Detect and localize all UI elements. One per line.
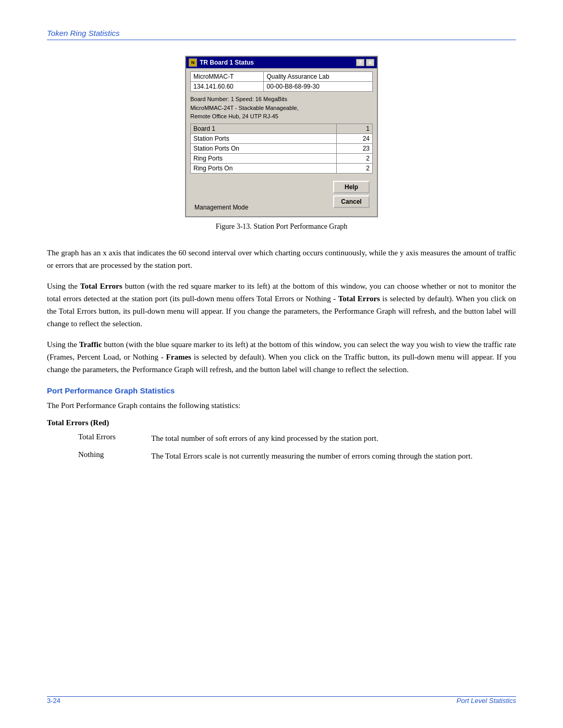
dialog-window: N TR Board 1 Status ? × MicroMMAC-T Qual… <box>185 56 378 217</box>
dialog-titlebar-buttons: ? × <box>356 59 374 66</box>
stats-category-title: Total Errors (Red) <box>47 418 516 427</box>
section-heading-port-performance: Port Performance Graph Statistics <box>47 386 516 395</box>
stats-row-ring-ports-on: Ring Ports On 2 <box>191 163 373 173</box>
info-cell-ip: 134.141.60.60 <box>191 82 264 92</box>
stats-row-station-ports-on: Station Ports On 23 <box>191 143 373 153</box>
stats-def-total-errors: The total number of soft errors of any k… <box>151 433 516 445</box>
svg-text:N: N <box>191 60 195 65</box>
dialog-board-info: Board Number: 1 Speed: 16 MegaBits Micro… <box>190 95 373 121</box>
management-mode-label: Management Mode <box>190 204 248 211</box>
stats-value-board: 1 <box>337 124 373 133</box>
body-paragraph-3: Using the Traffic button (with the blue … <box>47 338 516 376</box>
dialog-action-buttons: Help Cancel <box>330 179 373 211</box>
info-row-1: MicroMMAC-T Quality Assurance Lab <box>191 72 373 82</box>
body-paragraph-2: Using the Total Errors button (with the … <box>47 280 516 330</box>
help-button[interactable]: Help <box>333 181 370 193</box>
footer: 3-24 Port Level Statistics <box>47 697 516 705</box>
header-rule <box>47 40 516 40</box>
stats-value-station-ports-on: 23 <box>337 143 373 153</box>
figure-container: N TR Board 1 Status ? × MicroMMAC-T Qual… <box>47 56 516 231</box>
cancel-button[interactable]: Cancel <box>333 195 370 208</box>
stats-intro: The Port Performance Graph contains the … <box>47 401 516 410</box>
stats-term-nothing: Nothing <box>47 450 151 459</box>
stats-label-station-ports: Station Ports <box>191 133 337 143</box>
info-cell-micromac: MicroMMAC-T <box>191 72 264 82</box>
dialog-info-table: MicroMMAC-T Quality Assurance Lab 134.14… <box>190 71 373 92</box>
stats-label-ring-ports-on: Ring Ports On <box>191 163 337 173</box>
stats-item-nothing: Nothing The Total Errors scale is not cu… <box>47 450 516 462</box>
stats-item-total-errors: Total Errors The total number of soft er… <box>47 433 516 445</box>
footer-section-title: Port Level Statistics <box>457 697 516 705</box>
stats-label-station-ports-on: Station Ports On <box>191 143 337 153</box>
board-info-line2: MicroMMAC-24T - Stackable Manageable, <box>190 104 373 113</box>
stats-term-total-errors: Total Errors <box>47 433 151 441</box>
stats-label-ring-ports: Ring Ports <box>191 153 337 163</box>
info-cell-mac: 00-00-B8-68-99-30 <box>264 82 373 92</box>
figure-caption: Figure 3-13. Station Port Performance Gr… <box>216 223 348 231</box>
stats-value-ring-ports: 2 <box>337 153 373 163</box>
body-paragraph-1: The graph has an x axis that indicates t… <box>47 246 516 272</box>
dialog-icon: N <box>189 58 197 67</box>
dialog-title: TR Board 1 Status <box>200 59 254 66</box>
board-info-line3: Remote Office Hub, 24 UTP RJ-45 <box>190 112 373 121</box>
board-info-line1: Board Number: 1 Speed: 16 MegaBits <box>190 95 373 104</box>
stats-value-station-ports: 24 <box>337 133 373 143</box>
close-titlebar-btn[interactable]: × <box>366 59 374 66</box>
header-title: Token Ring Statistics <box>47 29 516 38</box>
stats-def-nothing: The Total Errors scale is not currently … <box>151 450 516 462</box>
info-cell-lab: Quality Assurance Lab <box>264 72 373 82</box>
stats-value-ring-ports-on: 2 <box>337 163 373 173</box>
footer-page-number: 3-24 <box>47 697 60 705</box>
stats-row-board: Board 1 1 <box>191 124 373 133</box>
page-container: Token Ring Statistics N TR Board 1 Statu… <box>0 0 563 728</box>
dialog-stats-table: Board 1 1 Station Ports 24 Station Ports… <box>190 124 373 174</box>
dialog-titlebar: N TR Board 1 Status ? × <box>186 57 377 68</box>
info-row-2: 134.141.60.60 00-00-B8-68-99-30 <box>191 82 373 92</box>
stats-category-total-errors: Total Errors (Red) Total Errors The tota… <box>47 418 516 462</box>
stats-row-station-ports: Station Ports 24 <box>191 133 373 143</box>
help-titlebar-btn[interactable]: ? <box>356 59 364 66</box>
header-section: Token Ring Statistics <box>47 29 516 40</box>
dialog-titlebar-left: N TR Board 1 Status <box>189 58 254 67</box>
stats-label-board: Board 1 <box>191 124 337 133</box>
stats-row-ring-ports: Ring Ports 2 <box>191 153 373 163</box>
dialog-body: MicroMMAC-T Quality Assurance Lab 134.14… <box>186 68 377 216</box>
